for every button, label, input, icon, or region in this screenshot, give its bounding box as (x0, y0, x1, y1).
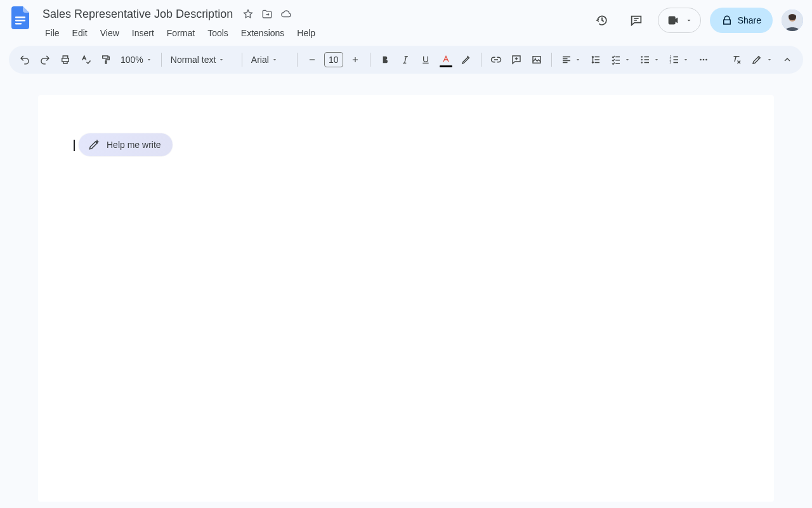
svg-rect-1 (15, 20, 25, 21)
font-family-value: Arial (251, 55, 269, 65)
paragraph-style-dropdown[interactable]: Normal text (167, 50, 237, 69)
svg-point-7 (641, 56, 642, 57)
checklist-dropdown[interactable] (606, 50, 634, 69)
caret-down-icon (624, 57, 631, 63)
font-size-increase[interactable] (346, 50, 365, 69)
history-icon (595, 13, 609, 27)
menu-format[interactable]: Format (161, 25, 200, 41)
document-page[interactable]: Help me write (38, 95, 774, 502)
minus-icon (308, 55, 317, 64)
svg-rect-5 (533, 57, 540, 64)
caret-down-icon (653, 57, 660, 63)
caret-down-icon (218, 57, 225, 63)
meet-button[interactable] (658, 8, 701, 33)
numbered-list-dropdown[interactable]: 123 (665, 50, 693, 69)
comments-button[interactable] (624, 8, 649, 33)
separator (370, 53, 370, 67)
menu-file[interactable]: File (39, 25, 65, 41)
text-color-icon (441, 55, 451, 65)
svg-rect-0 (15, 17, 25, 18)
zoom-value: 100% (121, 55, 143, 65)
history-button[interactable] (589, 8, 615, 33)
share-label: Share (738, 15, 761, 25)
link-icon (490, 54, 502, 65)
svg-point-15 (705, 59, 707, 61)
plus-icon (351, 55, 360, 64)
line-spacing-button[interactable] (586, 50, 605, 69)
zoom-dropdown[interactable]: 100% (117, 50, 156, 69)
separator (242, 53, 242, 67)
text-color-button[interactable] (436, 50, 455, 69)
bulleted-list-dropdown[interactable] (636, 50, 664, 69)
font-family-dropdown[interactable]: Arial (247, 50, 292, 69)
pencil-icon (751, 54, 763, 65)
menu-edit[interactable]: Edit (67, 25, 93, 41)
bold-button[interactable] (376, 50, 395, 69)
star-icon[interactable] (242, 8, 254, 20)
docs-logo[interactable] (9, 5, 32, 36)
menu-extensions[interactable]: Extensions (235, 25, 290, 41)
add-comment-button[interactable] (507, 50, 526, 69)
header-actions: Share (589, 5, 803, 33)
title-icons (242, 8, 292, 20)
svg-point-6 (535, 58, 536, 59)
highlight-color-button[interactable] (457, 50, 476, 69)
svg-rect-2 (15, 23, 22, 24)
editing-mode-dropdown[interactable] (747, 50, 776, 69)
spellcheck-button[interactable] (76, 50, 95, 69)
more-formatting-button[interactable] (694, 50, 713, 69)
print-icon (60, 54, 71, 65)
menu-insert[interactable]: Insert (126, 25, 160, 41)
menu-help[interactable]: Help (291, 25, 321, 41)
undo-icon (19, 54, 30, 65)
menu-tools[interactable]: Tools (202, 25, 234, 41)
magic-pencil-icon (88, 138, 100, 151)
bulleted-list-icon (639, 54, 651, 65)
caret-down-icon (146, 57, 152, 63)
account-avatar[interactable] (782, 10, 803, 31)
caret-down-icon (766, 57, 773, 63)
redo-button[interactable] (36, 50, 55, 69)
toolbar: 100% Normal text Arial (9, 46, 803, 74)
image-icon (531, 54, 542, 65)
docs-logo-icon (11, 6, 29, 29)
text-cursor (74, 140, 75, 151)
align-dropdown[interactable] (557, 50, 585, 69)
redo-icon (39, 54, 51, 65)
caret-down-icon (685, 17, 693, 24)
lock-icon (721, 15, 733, 26)
caret-down-icon (683, 57, 689, 63)
checklist-icon (610, 54, 622, 65)
italic-button[interactable] (396, 50, 415, 69)
help-me-write-button[interactable]: Help me write (79, 133, 173, 156)
svg-point-8 (641, 59, 642, 60)
insert-link-button[interactable] (487, 50, 506, 69)
underline-button[interactable] (416, 50, 435, 69)
document-title[interactable]: Sales Representative Job Description (39, 6, 236, 22)
paint-roller-icon (100, 54, 112, 65)
paint-format-button[interactable] (96, 50, 115, 69)
italic-icon (400, 55, 410, 65)
cloud-status-icon[interactable] (280, 8, 292, 20)
comment-icon (629, 13, 643, 27)
menu-view[interactable]: View (95, 25, 125, 41)
insert-image-button[interactable] (527, 50, 546, 69)
title-row: Sales Representative Job Description (39, 5, 582, 23)
svg-point-14 (702, 59, 704, 61)
title-block: Sales Representative Job Description Fil… (39, 5, 582, 42)
share-button[interactable]: Share (710, 8, 773, 33)
hide-toolbar-button[interactable] (778, 50, 797, 69)
undo-button[interactable] (15, 50, 34, 69)
print-button[interactable] (56, 50, 75, 69)
chevron-up-icon (782, 55, 792, 65)
help-me-write-label: Help me write (107, 140, 161, 150)
font-size-decrease[interactable] (303, 50, 322, 69)
bold-icon (380, 55, 390, 65)
clear-formatting-button[interactable] (727, 50, 746, 69)
line-spacing-icon (590, 54, 601, 65)
font-size-input[interactable] (324, 52, 343, 67)
move-icon[interactable] (261, 8, 273, 20)
menubar: File Edit View Insert Format Tools Exten… (39, 24, 582, 42)
highlighter-icon (461, 54, 472, 65)
font-size-controls (303, 50, 365, 69)
